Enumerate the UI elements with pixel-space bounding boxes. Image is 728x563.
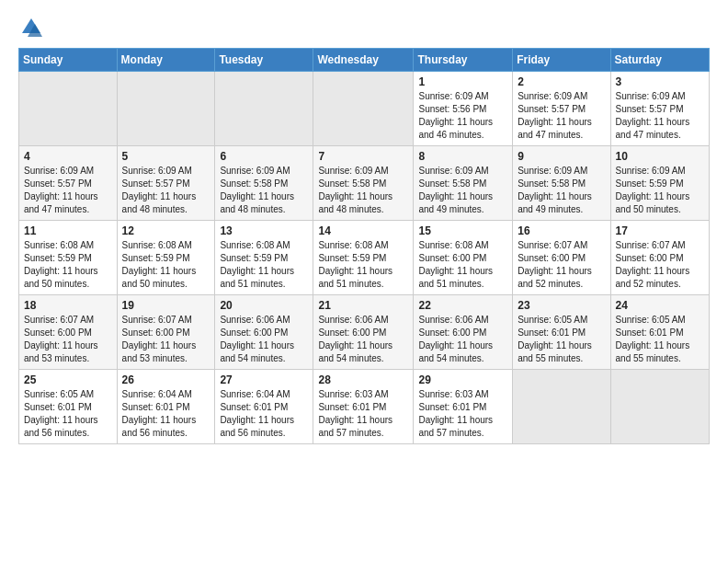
- day-info: Sunrise: 6:07 AM Sunset: 6:00 PM Dayligh…: [122, 314, 210, 365]
- day-number: 16: [518, 224, 605, 237]
- day-cell: 13Sunrise: 6:08 AM Sunset: 5:59 PM Dayli…: [215, 221, 313, 295]
- page-header: [18, 15, 710, 40]
- day-cell: 25Sunrise: 6:05 AM Sunset: 6:01 PM Dayli…: [19, 370, 118, 444]
- col-header-tuesday: Tuesday: [215, 49, 313, 72]
- day-number: 19: [122, 299, 210, 312]
- day-cell: 5Sunrise: 6:09 AM Sunset: 5:57 PM Daylig…: [117, 146, 215, 221]
- day-info: Sunrise: 6:09 AM Sunset: 5:58 PM Dayligh…: [418, 165, 507, 216]
- day-cell: 15Sunrise: 6:08 AM Sunset: 6:00 PM Dayli…: [414, 221, 513, 295]
- day-info: Sunrise: 6:05 AM Sunset: 6:01 PM Dayligh…: [616, 314, 704, 365]
- day-number: 2: [518, 75, 605, 88]
- day-number: 5: [122, 150, 210, 163]
- day-cell: [19, 72, 118, 146]
- day-cell: 7Sunrise: 6:09 AM Sunset: 5:58 PM Daylig…: [313, 146, 414, 221]
- col-header-sunday: Sunday: [19, 49, 118, 72]
- col-header-saturday: Saturday: [610, 49, 709, 72]
- day-number: 1: [418, 75, 507, 88]
- day-info: Sunrise: 6:09 AM Sunset: 5:57 PM Dayligh…: [122, 165, 210, 216]
- day-number: 18: [24, 299, 112, 312]
- day-info: Sunrise: 6:06 AM Sunset: 6:00 PM Dayligh…: [220, 314, 308, 365]
- day-number: 23: [518, 299, 605, 312]
- day-number: 7: [318, 150, 408, 163]
- day-cell: 28Sunrise: 6:03 AM Sunset: 6:01 PM Dayli…: [313, 370, 414, 444]
- day-info: Sunrise: 6:05 AM Sunset: 6:01 PM Dayligh…: [518, 314, 605, 365]
- day-cell: [313, 72, 414, 146]
- week-row-3: 11Sunrise: 6:08 AM Sunset: 5:59 PM Dayli…: [19, 221, 710, 295]
- day-cell: 12Sunrise: 6:08 AM Sunset: 5:59 PM Dayli…: [117, 221, 215, 295]
- col-header-friday: Friday: [513, 49, 610, 72]
- day-cell: 18Sunrise: 6:07 AM Sunset: 6:00 PM Dayli…: [19, 295, 118, 370]
- week-row-4: 18Sunrise: 6:07 AM Sunset: 6:00 PM Dayli…: [19, 295, 710, 370]
- day-number: 13: [220, 224, 308, 237]
- day-number: 27: [220, 373, 308, 386]
- day-cell: 24Sunrise: 6:05 AM Sunset: 6:01 PM Dayli…: [610, 295, 709, 370]
- calendar-table: SundayMondayTuesdayWednesdayThursdayFrid…: [18, 48, 710, 444]
- day-info: Sunrise: 6:07 AM Sunset: 6:00 PM Dayligh…: [518, 239, 605, 291]
- day-cell: 2Sunrise: 6:09 AM Sunset: 5:57 PM Daylig…: [513, 72, 610, 146]
- day-info: Sunrise: 6:09 AM Sunset: 5:57 PM Dayligh…: [518, 90, 605, 142]
- day-info: Sunrise: 6:04 AM Sunset: 6:01 PM Dayligh…: [220, 388, 308, 440]
- day-cell: 4Sunrise: 6:09 AM Sunset: 5:57 PM Daylig…: [19, 146, 118, 221]
- week-row-1: 1Sunrise: 6:09 AM Sunset: 5:56 PM Daylig…: [19, 72, 710, 146]
- day-info: Sunrise: 6:06 AM Sunset: 6:00 PM Dayligh…: [318, 314, 408, 365]
- day-info: Sunrise: 6:08 AM Sunset: 5:59 PM Dayligh…: [122, 239, 210, 291]
- calendar-header-row: SundayMondayTuesdayWednesdayThursdayFrid…: [19, 49, 710, 72]
- day-cell: 8Sunrise: 6:09 AM Sunset: 5:58 PM Daylig…: [414, 146, 513, 221]
- day-number: 15: [418, 224, 507, 237]
- day-cell: 17Sunrise: 6:07 AM Sunset: 6:00 PM Dayli…: [610, 221, 709, 295]
- day-number: 25: [24, 373, 112, 386]
- logo: [18, 15, 48, 40]
- day-cell: 1Sunrise: 6:09 AM Sunset: 5:56 PM Daylig…: [414, 72, 513, 146]
- day-info: Sunrise: 6:06 AM Sunset: 6:00 PM Dayligh…: [418, 314, 507, 365]
- day-number: 26: [122, 373, 210, 386]
- day-number: 3: [616, 75, 704, 88]
- day-number: 24: [616, 299, 704, 312]
- day-number: 17: [616, 224, 704, 237]
- day-number: 10: [616, 150, 704, 163]
- day-cell: 6Sunrise: 6:09 AM Sunset: 5:58 PM Daylig…: [215, 146, 313, 221]
- day-cell: 29Sunrise: 6:03 AM Sunset: 6:01 PM Dayli…: [414, 370, 513, 444]
- day-cell: 16Sunrise: 6:07 AM Sunset: 6:00 PM Dayli…: [513, 221, 610, 295]
- day-cell: 21Sunrise: 6:06 AM Sunset: 6:00 PM Dayli…: [313, 295, 414, 370]
- day-info: Sunrise: 6:09 AM Sunset: 5:57 PM Dayligh…: [24, 165, 112, 216]
- day-number: 11: [24, 224, 112, 237]
- week-row-5: 25Sunrise: 6:05 AM Sunset: 6:01 PM Dayli…: [19, 370, 710, 444]
- day-cell: 26Sunrise: 6:04 AM Sunset: 6:01 PM Dayli…: [117, 370, 215, 444]
- day-cell: 3Sunrise: 6:09 AM Sunset: 5:57 PM Daylig…: [610, 72, 709, 146]
- day-cell: 27Sunrise: 6:04 AM Sunset: 6:01 PM Dayli…: [215, 370, 313, 444]
- day-number: 29: [418, 373, 507, 386]
- day-number: 9: [518, 150, 605, 163]
- day-info: Sunrise: 6:05 AM Sunset: 6:01 PM Dayligh…: [24, 388, 112, 440]
- day-cell: 9Sunrise: 6:09 AM Sunset: 5:58 PM Daylig…: [513, 146, 610, 221]
- day-info: Sunrise: 6:09 AM Sunset: 5:58 PM Dayligh…: [518, 165, 605, 216]
- day-cell: [215, 72, 313, 146]
- day-info: Sunrise: 6:09 AM Sunset: 5:58 PM Dayligh…: [318, 165, 408, 216]
- day-info: Sunrise: 6:04 AM Sunset: 6:01 PM Dayligh…: [122, 388, 210, 440]
- day-cell: [513, 370, 610, 444]
- day-info: Sunrise: 6:08 AM Sunset: 5:59 PM Dayligh…: [220, 239, 308, 291]
- day-info: Sunrise: 6:08 AM Sunset: 6:00 PM Dayligh…: [418, 239, 507, 291]
- day-info: Sunrise: 6:03 AM Sunset: 6:01 PM Dayligh…: [318, 388, 408, 440]
- day-info: Sunrise: 6:03 AM Sunset: 6:01 PM Dayligh…: [418, 388, 507, 440]
- day-info: Sunrise: 6:07 AM Sunset: 6:00 PM Dayligh…: [24, 314, 112, 365]
- day-number: 28: [318, 373, 408, 386]
- col-header-wednesday: Wednesday: [313, 49, 414, 72]
- day-cell: 19Sunrise: 6:07 AM Sunset: 6:00 PM Dayli…: [117, 295, 215, 370]
- day-cell: 22Sunrise: 6:06 AM Sunset: 6:00 PM Dayli…: [414, 295, 513, 370]
- day-number: 22: [418, 299, 507, 312]
- day-number: 6: [220, 150, 308, 163]
- day-info: Sunrise: 6:09 AM Sunset: 5:56 PM Dayligh…: [418, 90, 507, 142]
- logo-icon: [18, 15, 44, 40]
- day-info: Sunrise: 6:08 AM Sunset: 5:59 PM Dayligh…: [318, 239, 408, 291]
- day-info: Sunrise: 6:09 AM Sunset: 5:57 PM Dayligh…: [616, 90, 704, 142]
- day-cell: 11Sunrise: 6:08 AM Sunset: 5:59 PM Dayli…: [19, 221, 118, 295]
- day-number: 4: [24, 150, 112, 163]
- day-info: Sunrise: 6:08 AM Sunset: 5:59 PM Dayligh…: [24, 239, 112, 291]
- day-info: Sunrise: 6:09 AM Sunset: 5:58 PM Dayligh…: [220, 165, 308, 216]
- day-number: 20: [220, 299, 308, 312]
- col-header-thursday: Thursday: [414, 49, 513, 72]
- day-cell: [610, 370, 709, 444]
- day-cell: 14Sunrise: 6:08 AM Sunset: 5:59 PM Dayli…: [313, 221, 414, 295]
- week-row-2: 4Sunrise: 6:09 AM Sunset: 5:57 PM Daylig…: [19, 146, 710, 221]
- day-cell: 20Sunrise: 6:06 AM Sunset: 6:00 PM Dayli…: [215, 295, 313, 370]
